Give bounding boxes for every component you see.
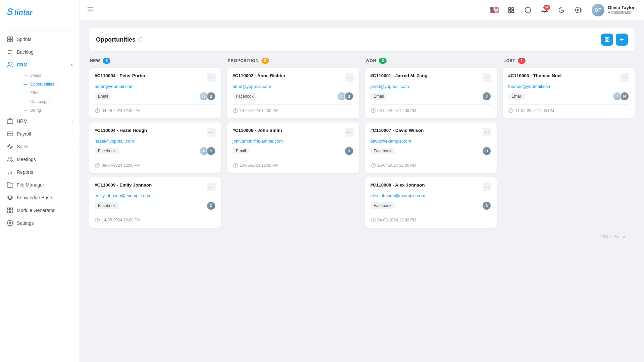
- card-more-button[interactable]: ···: [345, 73, 354, 82]
- sidebar-item-file-manager[interactable]: File Manager: [0, 178, 80, 191]
- sidebar-item-label: Sprints: [17, 37, 32, 42]
- avatar: D: [482, 146, 491, 156]
- kanban-col-new: NEW 3 #C110004 - Peter Porter ··· peter@…: [89, 58, 221, 232]
- sidebar-item-module-generator[interactable]: Module Generator: [0, 204, 80, 217]
- card-more-button[interactable]: ···: [345, 128, 354, 137]
- card-more-button[interactable]: ···: [207, 73, 216, 82]
- backlog-icon: [7, 49, 13, 55]
- kanban-board: NEW 3 #C110004 - Peter Porter ··· peter@…: [89, 58, 635, 232]
- card-title: #C110001 - Jarred M. Zang: [370, 73, 428, 78]
- card-tag: Facebook: [370, 148, 395, 154]
- svg-point-21: [9, 222, 11, 224]
- settings-icon: [7, 220, 13, 226]
- card-avatars: D: [482, 146, 491, 156]
- sidebar-item-reports[interactable]: Reports: [0, 166, 80, 178]
- flag-button[interactable]: 🇺🇸: [488, 4, 500, 16]
- sidebar-item-label: HRM: [17, 118, 28, 124]
- sidebar-item-crm[interactable]: CRM ▾: [0, 58, 80, 71]
- card-time: 🕐 08-04-2024 12:00 PM: [95, 163, 216, 168]
- card-anne-richter[interactable]: #C110002 - Anne Richter ··· anne@yopmail…: [227, 68, 359, 118]
- avatar: B: [206, 146, 216, 156]
- clock-icon: 🕐: [370, 108, 376, 113]
- card-title: #C110003 - Thomas Noel: [508, 73, 561, 78]
- info-icon[interactable]: ⓘ: [138, 37, 143, 43]
- svg-rect-17: [8, 208, 10, 210]
- card-email: alex.johnson@example.com: [370, 193, 492, 198]
- apps-button[interactable]: [505, 4, 517, 16]
- settings-button[interactable]: [572, 4, 584, 16]
- clock-icon: 🕐: [370, 217, 376, 222]
- sidebar-item-label: Backlog: [17, 49, 34, 55]
- card-avatars: A: [482, 201, 491, 210]
- hrm-icon: [7, 118, 13, 124]
- sidebar-item-label: CRM: [17, 62, 28, 67]
- sidebar-item-settings[interactable]: Settings: [0, 217, 80, 229]
- card-john-smith[interactable]: #C110006 - John Smith ··· john.smith@exa…: [227, 122, 359, 173]
- sidebar-item-sprints[interactable]: Sprints: [0, 33, 80, 46]
- card-title: #C110004 - Hazel Hough: [95, 128, 147, 133]
- crm-sub-billing[interactable]: — Billing: [17, 106, 80, 115]
- page-title-row: Opportunities ⓘ: [96, 36, 143, 43]
- card-tag: Email: [370, 93, 387, 100]
- sidebar-item-meetings[interactable]: Meetings: [0, 153, 80, 166]
- card-jarred-zang[interactable]: #C110001 - Jarred M. Zang ··· jared@yopm…: [365, 68, 497, 118]
- header: 🇺🇸 52 OT Olivia Taylor Administrator: [80, 0, 644, 20]
- sidebar-item-hrm[interactable]: HRM ›: [0, 115, 80, 127]
- sidebar-item-payroll[interactable]: Payroll ›: [0, 127, 80, 140]
- svg-point-13: [8, 157, 10, 159]
- card-hazel-hough[interactable]: #C110004 - Hazel Hough ··· hazel@yopmail…: [89, 122, 221, 173]
- card-title: #C110009 - Emily Johnson: [95, 183, 152, 188]
- user-details: Olivia Taylor Administrator: [608, 5, 635, 15]
- crm-sub-opportunities[interactable]: — Opportunities: [17, 80, 80, 89]
- sidebar-item-sales[interactable]: Sales ›: [0, 140, 80, 153]
- card-more-button[interactable]: ···: [207, 128, 216, 137]
- col-title-proposition: PROPOSITION: [228, 58, 259, 63]
- main-wrap: 🇺🇸 52 OT Olivia Taylor Administrator: [80, 0, 644, 362]
- file-manager-icon: [7, 182, 13, 188]
- svg-rect-20: [11, 211, 13, 213]
- sidebar-item-knowledge-base[interactable]: Knowledge Base: [0, 191, 80, 204]
- page-title: Opportunities: [96, 36, 136, 43]
- user-profile[interactable]: OT Olivia Taylor Administrator: [589, 2, 637, 18]
- dark-mode-button[interactable]: [555, 4, 567, 16]
- card-more-button[interactable]: ···: [483, 183, 491, 191]
- card-time: 🕐 10-06-2024 12:00 PM: [233, 163, 354, 168]
- crm-chevron-icon: ▾: [71, 63, 73, 67]
- card-more-button[interactable]: ···: [483, 128, 491, 137]
- clock-icon: 🕐: [233, 108, 238, 113]
- crm-subnav: — Leads — Opportunities — Clients — Camp…: [0, 71, 80, 115]
- menu-toggle-icon[interactable]: [87, 5, 94, 14]
- card-peter-porter[interactable]: #C110004 - Peter Porter ··· peter@yopmai…: [89, 68, 221, 118]
- col-badge-proposition: 2: [261, 58, 269, 64]
- clock-icon: 🕐: [370, 163, 376, 168]
- sidebar-item-label: Payroll: [17, 131, 31, 137]
- logo[interactable]: S tintar: [0, 0, 80, 23]
- card-alex-johnson[interactable]: #C110008 - Alex Johnson ··· alex.johnson…: [365, 177, 497, 228]
- grid-view-button[interactable]: [601, 34, 613, 46]
- card-time: 🕐 11-06-2024 12:00 PM: [508, 108, 629, 113]
- kanban-col-lost: LOST 1 #C110003 - Thomas Noel ··· thomas…: [503, 58, 635, 232]
- card-more-button[interactable]: ···: [483, 73, 491, 82]
- knowledge-base-icon: [7, 194, 13, 201]
- svg-rect-10: [7, 120, 13, 124]
- card-tag: Email: [508, 93, 525, 100]
- add-opportunity-button[interactable]: [616, 34, 628, 46]
- crm-sub-leads[interactable]: — Leads: [17, 71, 80, 80]
- avatar: A: [482, 201, 491, 210]
- svg-rect-3: [10, 37, 13, 39]
- sidebar-item-backlog[interactable]: Backlog: [0, 46, 80, 58]
- card-more-button[interactable]: ···: [621, 73, 629, 82]
- card-email: emily.johnson@example.com: [95, 193, 216, 198]
- card-emily-johnson[interactable]: #C110009 - Emily Johnson ··· emily.johns…: [89, 177, 221, 228]
- crm-sub-campaigns[interactable]: — Campaigns: [17, 97, 80, 106]
- crm-sub-clients[interactable]: — Clients: [17, 89, 80, 97]
- card-email: hazel@yopmail.com: [95, 139, 216, 144]
- card-more-button[interactable]: ···: [207, 183, 216, 191]
- card-thomas-noel[interactable]: #C110003 - Thomas Noel ··· thomas@yopmai…: [503, 68, 635, 118]
- card-david-wilson[interactable]: #C110007 - David Wilson ··· david@exampl…: [365, 122, 497, 173]
- sidebar-item-label: Meetings: [17, 157, 36, 162]
- sidebar-item-label: Module Generator: [17, 208, 55, 213]
- hrm-chevron-icon: ›: [71, 119, 73, 123]
- crosshair-button[interactable]: [522, 4, 534, 16]
- notifications-button[interactable]: 52: [539, 4, 551, 16]
